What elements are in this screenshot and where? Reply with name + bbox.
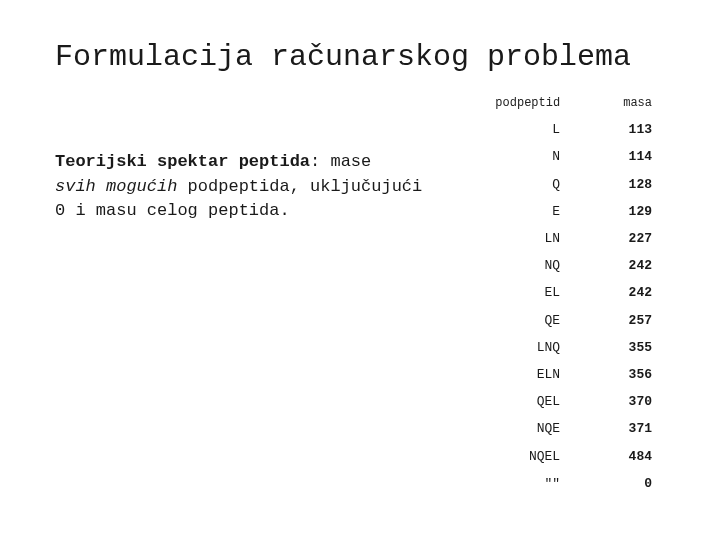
subpeptide-cell: L (463, 116, 608, 143)
table-row: LN227 (463, 225, 658, 252)
peptide-mass-table: podpeptid masa L113N114Q128E129LN227NQ24… (463, 90, 658, 497)
mass-cell: 242 (608, 279, 658, 306)
mass-cell: 257 (608, 307, 658, 334)
table-row: Q128 (463, 171, 658, 198)
mass-cell: 484 (608, 442, 658, 469)
subpeptide-cell: ELN (463, 361, 608, 388)
table-row: NQE371 (463, 415, 658, 442)
subpeptide-cell: LNQ (463, 334, 608, 361)
para-after-colon: : mase (310, 152, 371, 171)
table-row: N114 (463, 143, 658, 170)
para-line3: 0 i masu celog peptida. (55, 201, 290, 220)
subpeptide-cell: QEL (463, 388, 608, 415)
table-header-row: podpeptid masa (463, 90, 658, 116)
term: Teorijski spektar peptida (55, 152, 310, 171)
mass-cell: 0 (608, 470, 658, 497)
para-italic: svih mogućih (55, 177, 177, 196)
page-title: Formulacija računarskog problema (55, 40, 665, 74)
table-row: ""0 (463, 470, 658, 497)
slide: Formulacija računarskog problema Teorijs… (0, 0, 720, 540)
definition-paragraph: Teorijski spektar peptida: mase svih mog… (55, 150, 422, 224)
table-row: QEL370 (463, 388, 658, 415)
subpeptide-cell: "" (463, 470, 608, 497)
col-header-subpeptide: podpeptid (463, 90, 608, 116)
mass-cell: 129 (608, 198, 658, 225)
table-row: EL242 (463, 279, 658, 306)
table-row: QE257 (463, 307, 658, 334)
table-row: NQ242 (463, 252, 658, 279)
mass-cell: 113 (608, 116, 658, 143)
mass-cell: 128 (608, 171, 658, 198)
mass-cell: 371 (608, 415, 658, 442)
mass-cell: 114 (608, 143, 658, 170)
subpeptide-cell: QE (463, 307, 608, 334)
mass-cell: 370 (608, 388, 658, 415)
table-row: NQEL484 (463, 442, 658, 469)
subpeptide-cell: N (463, 143, 608, 170)
para-line2-rest: podpeptida, uključujući (177, 177, 422, 196)
table-row: LNQ355 (463, 334, 658, 361)
mass-cell: 355 (608, 334, 658, 361)
subpeptide-cell: NQEL (463, 442, 608, 469)
table-row: E129 (463, 198, 658, 225)
table-row: ELN356 (463, 361, 658, 388)
subpeptide-cell: EL (463, 279, 608, 306)
subpeptide-cell: NQE (463, 415, 608, 442)
mass-cell: 242 (608, 252, 658, 279)
subpeptide-cell: E (463, 198, 608, 225)
col-header-mass: masa (608, 90, 658, 116)
table-row: L113 (463, 116, 658, 143)
mass-cell: 356 (608, 361, 658, 388)
subpeptide-cell: NQ (463, 252, 608, 279)
subpeptide-cell: Q (463, 171, 608, 198)
subpeptide-cell: LN (463, 225, 608, 252)
mass-cell: 227 (608, 225, 658, 252)
